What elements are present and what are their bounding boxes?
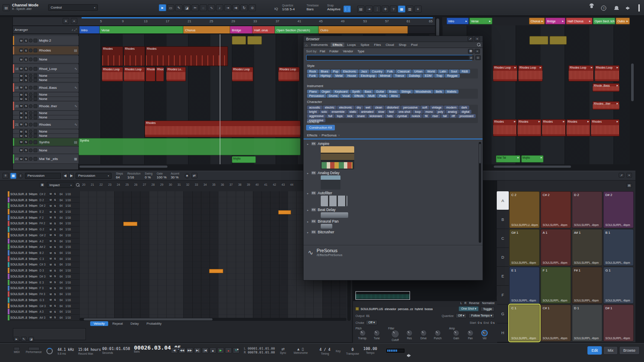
row-steps-value[interactable]: 64 <box>58 293 63 296</box>
row-resolution-value[interactable]: 1/16 <box>64 204 71 207</box>
pattern-row[interactable]: SOULSUR..8_94bpm A# 3 M S 64 1/16 <box>8 315 79 321</box>
row-sample-name[interactable]: SOULSUR..8_94bpm <box>10 293 39 296</box>
effect-name[interactable]: Analog Delay <box>318 171 340 175</box>
instrument-tag[interactable]: Piano <box>307 90 319 94</box>
audio-clip[interactable] <box>232 36 246 45</box>
pattern-row[interactable]: SOULSUR..8_94bpm G 2 M S 64 1/16 <box>8 226 79 232</box>
row-solo-button[interactable]: S <box>53 233 57 237</box>
arranger-section[interactable]: Chorus <box>183 26 230 34</box>
drum-pad[interactable]: E 1 SOULSURPL..4bpm <box>509 267 540 304</box>
record-arm-button[interactable] <box>29 123 33 127</box>
list-view-icon[interactable]: ≡ <box>474 49 480 54</box>
accent-dot-icon[interactable]: ● <box>185 173 190 178</box>
character-tag[interactable]: mono <box>423 110 435 114</box>
track-header-row[interactable]: M S None <box>13 74 79 78</box>
row-mute-button[interactable]: M <box>49 275 52 278</box>
record-arm-button[interactable] <box>29 57 33 61</box>
minimap-section[interactable]: Intro <box>447 18 469 24</box>
accent-control[interactable]: Accent 30 % <box>171 172 179 179</box>
mute-button[interactable]: M <box>19 93 23 97</box>
toggle-mode-selector[interactable]: Toggle <box>480 307 495 311</box>
record-arm-button[interactable] <box>29 115 33 119</box>
arranger-section[interactable]: Outro <box>319 26 408 34</box>
steps-value[interactable]: 64 <box>116 175 123 179</box>
track-name[interactable]: None <box>39 93 76 97</box>
audio-clip[interactable]: Rhodes <box>517 119 541 136</box>
arranger-section[interactable]: Verse <box>100 26 183 34</box>
character-tag[interactable]: slow <box>376 110 386 114</box>
drum-pad[interactable]: C# 2 SOULSURPL..4bpm <box>541 191 571 228</box>
row-resolution-value[interactable]: 1/16 <box>64 199 71 202</box>
knob[interactable] <box>453 330 459 336</box>
loop-range-bar[interactable] <box>82 17 433 18</box>
audio-clip[interactable]: Rhodes Lo.. <box>166 67 186 81</box>
row-resolution-value[interactable]: 1/16 <box>64 281 71 284</box>
track-header-row[interactable]: 20 M S Rhode..ther ∿ <box>13 102 79 111</box>
character-tag[interactable]: kick <box>345 114 355 118</box>
style-tag[interactable]: Electropop <box>358 74 377 78</box>
mute-button[interactable]: M <box>19 134 23 138</box>
record-arm-button[interactable] <box>29 78 33 82</box>
mute-button[interactable]: M <box>19 97 23 101</box>
loop-range-display[interactable]: L 00001.01.01.00 R 00078.01.01.00 <box>244 347 275 354</box>
scrollbar-thumb[interactable] <box>84 318 213 320</box>
drum-pad[interactable]: C 2 SOULSURPLU..4bpm <box>509 191 540 228</box>
row-steps-value[interactable]: 64 <box>58 281 63 284</box>
row-solo-button[interactable]: S <box>53 269 57 272</box>
solo-button[interactable]: S <box>24 123 28 127</box>
record-arm-button[interactable] <box>29 97 33 101</box>
arranger-track-header[interactable]: Arranger ♪ ⤢ <box>13 26 79 34</box>
audio-clip[interactable]: Rhodes Loop <box>595 65 620 81</box>
track-header-row[interactable]: M S None <box>13 115 79 120</box>
lane-tab[interactable]: Delay <box>127 321 142 326</box>
pattern-row[interactable]: SOULSUR..8_94bpm D 3 M S 64 1/16 <box>8 268 79 274</box>
row-steps-value[interactable]: 64 <box>58 299 63 302</box>
mute-button[interactable]: M <box>19 148 23 152</box>
toolbar-icon[interactable]: ✛ <box>382 6 389 12</box>
track-header-row[interactable]: M S None <box>13 93 79 97</box>
audio-clip[interactable]: Rhodes <box>566 119 590 136</box>
row-mute-button[interactable]: M <box>49 210 52 214</box>
style-tag[interactable]: EDM <box>422 74 434 78</box>
minimap-section[interactable]: Outro <box>616 18 630 24</box>
track-header-row[interactable]: M S Synths ▤ <box>13 138 79 146</box>
arranger-section[interactable]: Bridge <box>230 26 252 34</box>
filter-icon[interactable]: ⊙ <box>475 55 481 60</box>
monitor-button[interactable] <box>33 123 37 127</box>
row-resolution-value[interactable]: 1/16 <box>64 193 71 196</box>
scrollbar-thumb[interactable] <box>79 166 167 168</box>
arrangement-minimap[interactable]: Intro Verse Chorus Bridge Half Chorus Op… <box>442 17 630 25</box>
row-resolution-value[interactable]: 1/16 <box>64 245 71 248</box>
sort-option[interactable]: Type <box>355 49 366 54</box>
instrument-tag[interactable]: Brass <box>387 90 399 94</box>
audio-clip[interactable]: Rhodes Loop <box>232 67 253 81</box>
row-steps-value[interactable]: 64 <box>58 275 63 278</box>
monitor-button[interactable] <box>33 74 37 78</box>
pattern-row[interactable]: SOULSUR..8_94bpm A# 2 M S 64 1/16 <box>8 244 79 250</box>
solo-button[interactable]: S <box>24 93 28 97</box>
snap-toggle-icon[interactable]: ⋮⋮ <box>343 6 351 12</box>
pattern-hscroll[interactable] <box>79 318 346 321</box>
row-resolution-value[interactable]: 1/16 <box>64 293 71 296</box>
browser-titlebar[interactable]: Browser ↗ × <box>304 36 483 42</box>
gate-control[interactable]: Gate 100 % <box>157 172 167 179</box>
playhead[interactable] <box>220 34 220 164</box>
audio-clip[interactable]: Rhodes ..ther <box>592 101 620 110</box>
row-solo-button[interactable]: S <box>53 281 57 284</box>
track-name[interactable]: None <box>39 134 76 138</box>
swing-value[interactable]: 0 % <box>145 175 152 179</box>
character-tag[interactable]: distorted <box>385 106 401 109</box>
breadcrumb-item[interactable]: Effects <box>307 133 320 137</box>
knob[interactable] <box>406 330 413 336</box>
mute-button[interactable]: M <box>19 57 23 61</box>
row-solo-button[interactable]: S <box>53 222 57 225</box>
row-mute-button[interactable]: M <box>49 281 52 284</box>
row-sample-name[interactable]: SOULSUR..8_94bpm <box>10 240 39 243</box>
drum-pad[interactable]: F# 1 SOULSURPL..4bpm <box>572 267 602 304</box>
pattern-row[interactable]: SOULSUR..8_94bpm G 3 M S 64 1/16 <box>8 297 79 303</box>
drum-pad[interactable]: D# 2 SOULSURPL..4bpm <box>603 191 634 228</box>
monitor-button[interactable] <box>33 57 37 61</box>
effect-name[interactable]: Binaural Pan <box>318 219 339 223</box>
row-mute-button[interactable]: M <box>49 245 52 249</box>
track-header-row[interactable]: 22 M S Mai Tai _ells ▦ <box>13 154 79 164</box>
